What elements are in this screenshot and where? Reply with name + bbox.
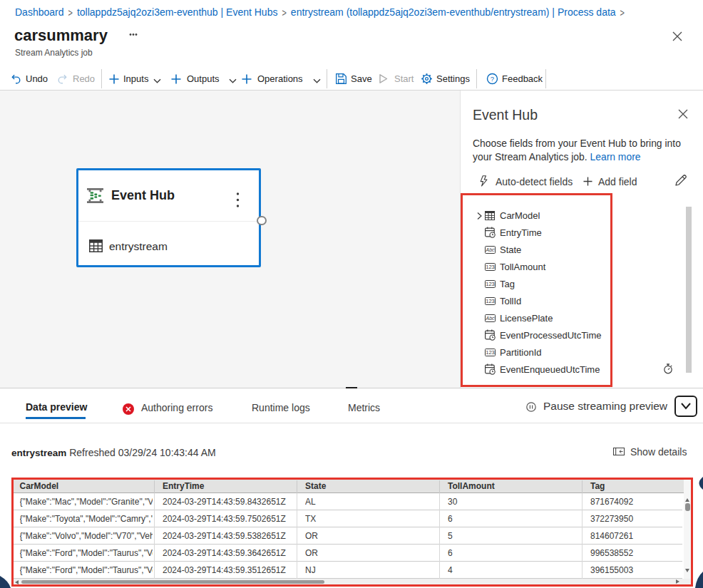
svg-text:?: ? bbox=[491, 75, 494, 83]
